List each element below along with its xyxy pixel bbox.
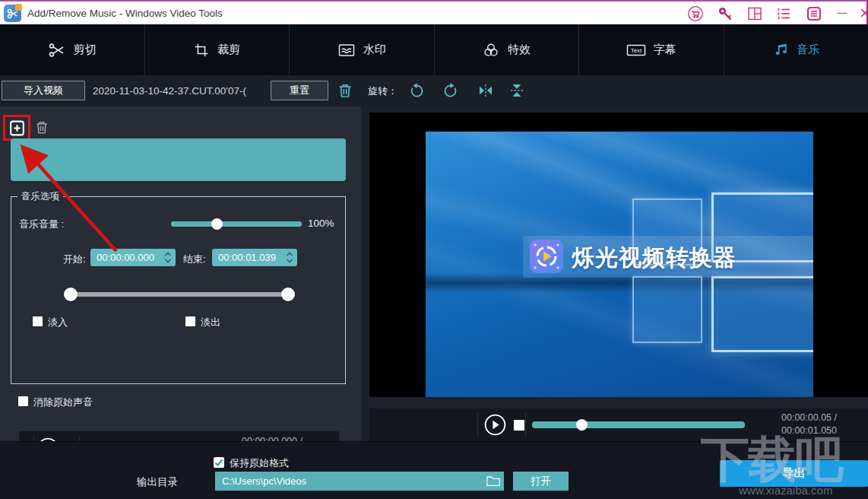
remove-music-button[interactable] (33, 118, 50, 137)
layout-icon[interactable] (746, 5, 763, 22)
end-time-value: 00:00:01.039 (218, 252, 276, 263)
video-viewport: 烁光视频转换器 (369, 113, 868, 397)
shuoguang-logo-icon (530, 240, 563, 273)
trim-range-start-handle[interactable] (64, 288, 78, 301)
menu-icon[interactable] (806, 5, 822, 22)
start-time-spinbox[interactable]: 00:00:00.000 (90, 249, 176, 266)
svg-text:Text: Text (630, 47, 641, 54)
fade-out-label: 淡出 (201, 316, 220, 329)
music-options-title: 音乐选项 (17, 190, 63, 203)
site-watermark-text: 下载吧 (701, 435, 842, 484)
video-play-button[interactable] (484, 414, 505, 435)
tab-label: 字幕 (654, 43, 676, 57)
title-bar: Add/Remove Music - Windows Video Tools (0, 0, 868, 24)
tab-effects[interactable]: 特效 (435, 24, 580, 75)
video-seek-slider[interactable] (532, 421, 745, 428)
preview-region: 烁光视频转换器 00:00:00.05 / 00:00:01.050 (361, 106, 868, 441)
volume-slider[interactable] (171, 221, 302, 227)
flip-horizontal-icon[interactable] (477, 81, 495, 100)
close-icon[interactable] (856, 2, 868, 24)
fade-in-checkbox[interactable] (33, 316, 43, 326)
music-icon (772, 42, 789, 59)
scissors-icon (48, 41, 66, 59)
minimize-icon[interactable] (833, 2, 851, 24)
playlist-icon[interactable] (775, 5, 792, 22)
tab-subtitle[interactable]: Text 字幕 (579, 24, 724, 75)
app-logo-icon (4, 5, 21, 22)
music-panel: 音乐选项 音乐音量 : 100% 开始: 00:00:00.000 结束: 00… (0, 106, 361, 441)
output-dir-label: 输出目录 (137, 475, 178, 489)
volume-value: 100% (308, 218, 334, 229)
tab-label: 水印 (363, 43, 386, 57)
watermark-icon (337, 41, 356, 59)
app-window: Add/Remove Music - Windows Video Tools (0, 0, 868, 499)
tab-bar: 剪切 裁剪 水印 特效 Text 字幕 (0, 24, 868, 75)
video-frame: 烁光视频转换器 (426, 132, 813, 397)
video-seek-thumb[interactable] (576, 419, 588, 431)
trim-range-slider[interactable] (71, 292, 288, 297)
subtitle-icon: Text (626, 42, 646, 59)
output-path-field[interactable]: C:\Users\pc\Videos (215, 472, 504, 491)
tab-watermark[interactable]: 水印 (290, 24, 435, 75)
open-folder-button[interactable]: 打开 (513, 472, 569, 491)
crop-icon (193, 42, 210, 59)
tab-label: 裁剪 (217, 43, 240, 57)
tab-label: 特效 (508, 43, 531, 57)
reset-button[interactable]: 重置 (271, 81, 328, 100)
tab-label: 音乐 (797, 43, 819, 57)
music-track-strip[interactable] (11, 138, 346, 181)
tab-label: 剪切 (74, 43, 97, 57)
start-time-value: 00:00:00.000 (97, 252, 154, 263)
app-logo-corner (15, 4, 22, 11)
add-music-button[interactable] (7, 119, 27, 138)
tab-music[interactable]: 音乐 (724, 24, 868, 75)
spinner-arrows-icon[interactable] (285, 250, 294, 265)
rotate-ccw-icon[interactable] (407, 81, 426, 100)
keep-format-checkbox[interactable] (214, 457, 224, 468)
volume-label: 音乐音量 : (19, 218, 64, 231)
check-icon (214, 457, 224, 468)
start-label: 开始: (63, 253, 86, 266)
remove-original-audio-checkbox[interactable] (18, 396, 28, 406)
flip-vertical-icon[interactable] (508, 81, 526, 100)
video-logo-text: 烁光视频转换器 (572, 243, 737, 274)
key-icon[interactable] (717, 5, 733, 22)
import-video-button[interactable]: 导入视频 (2, 81, 85, 100)
effects-icon (482, 41, 500, 59)
music-options-group: 音乐选项 音乐音量 : 100% 开始: 00:00:00.000 结束: 00… (11, 196, 346, 384)
video-stop-button[interactable] (514, 420, 524, 431)
volume-slider-thumb[interactable] (211, 218, 223, 230)
rotate-cw-icon[interactable] (442, 81, 460, 100)
fade-out-checkbox[interactable] (185, 316, 195, 326)
end-label: 结束: (183, 253, 206, 266)
fade-in-label: 淡入 (48, 316, 68, 329)
folder-icon[interactable] (486, 474, 501, 488)
site-watermark-url: www.xiazaiba.com (739, 484, 832, 497)
trim-range-end-handle[interactable] (281, 288, 295, 301)
cart-icon[interactable] (687, 5, 704, 22)
window-title: Add/Remove Music - Windows Video Tools (27, 2, 223, 26)
tab-crop[interactable]: 裁剪 (145, 24, 290, 75)
secondary-toolbar: 导入视频 2020-11-03-10-42-37.CUT.00'07-( 重置 … (0, 75, 868, 106)
loaded-filename: 2020-11-03-10-42-37.CUT.00'07-( (93, 75, 246, 106)
keep-format-label: 保持原始格式 (230, 456, 289, 470)
remove-original-audio-label: 消除原始声音 (33, 396, 93, 409)
delete-video-icon[interactable] (336, 81, 354, 100)
output-path-value: C:\Users\pc\Videos (222, 475, 306, 487)
end-time-spinbox[interactable]: 00:00:01.039 (212, 249, 297, 266)
tab-cut[interactable]: 剪切 (0, 24, 145, 75)
spinner-arrows-icon[interactable] (163, 250, 173, 265)
rotate-label: 旋转： (368, 75, 398, 106)
